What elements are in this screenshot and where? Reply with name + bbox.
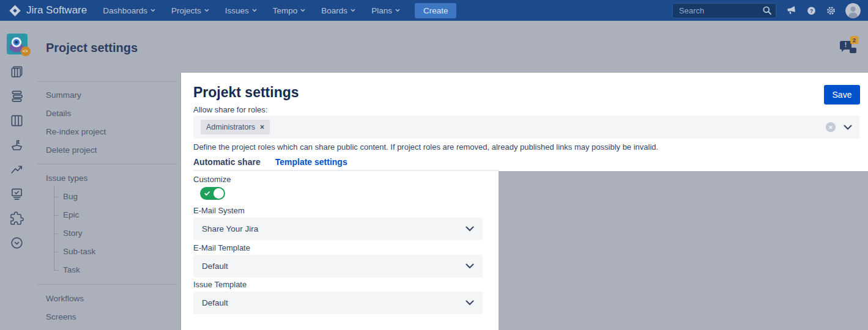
issue-type-children: Bug Epic Story Sub-task Task: [34, 188, 180, 279]
chevron-down-icon: [150, 9, 155, 12]
user-avatar-image: [845, 3, 861, 18]
role-tag-administrators: Administrators ×: [201, 120, 270, 134]
sidebar-section-general: Summary Details Re-index project Delete …: [34, 86, 180, 160]
chevron-down-icon: [351, 9, 355, 12]
search-icon: [762, 6, 772, 15]
sidebar-section-config: Workflows Screens: [34, 290, 180, 326]
nav-menu-label: Boards: [321, 6, 347, 15]
chevron-down-icon: [204, 9, 209, 12]
tab-automatic-share[interactable]: Automatic share: [193, 157, 261, 171]
dialog-tabs: Automatic share Template settings: [193, 157, 347, 171]
top-nav: Jira Software Dashboards Projects Issues…: [0, 0, 868, 21]
sidebar-item-issue-types[interactable]: Issue types: [34, 169, 180, 188]
sidebar-divider: [37, 284, 177, 285]
chevron-down-icon: [466, 263, 474, 269]
help-glyph: ?: [810, 7, 813, 13]
user-avatar-icon[interactable]: [845, 3, 861, 18]
nav-icon-row: ?: [786, 3, 861, 18]
chevron-down-icon: [395, 9, 400, 12]
email-template-value: Default: [202, 262, 228, 271]
email-template-select[interactable]: Default: [193, 255, 483, 277]
sidebar-item-reindex-project[interactable]: Re-index project: [34, 123, 180, 141]
email-system-value: Share Your Jira: [202, 224, 258, 233]
issue-template-select[interactable]: Default: [193, 292, 483, 314]
toggle-knob: [213, 188, 224, 199]
megaphone-icon[interactable]: [785, 4, 798, 16]
nav-menu-label: Dashboards: [103, 6, 147, 15]
circle-chevron-icon[interactable]: [10, 236, 24, 250]
template-settings-panel: Customize E-Mail System Share Your Jira …: [180, 171, 499, 330]
chevron-down-icon: [252, 9, 257, 12]
project-avatar[interactable]: <>: [7, 34, 28, 54]
stack-icon[interactable]: [10, 89, 24, 103]
gear-icon[interactable]: [826, 6, 836, 16]
brand-label: Jira Software: [26, 4, 87, 16]
jira-logo[interactable]: Jira Software: [9, 4, 87, 17]
project-settings-sidebar: Summary Details Re-index project Delete …: [34, 81, 180, 330]
jira-diamond-icon: [9, 4, 21, 17]
customize-label: Customize: [193, 175, 231, 184]
role-tag-label: Administrators: [206, 123, 255, 131]
search-input[interactable]: [672, 3, 776, 18]
nav-menu-dashboards[interactable]: Dashboards: [103, 6, 155, 15]
sidebar-item-details[interactable]: Details: [34, 105, 180, 123]
sidebar-divider: [37, 164, 177, 164]
nav-menu-label: Projects: [171, 6, 201, 15]
sidebar-item-subtask[interactable]: Sub-task: [34, 243, 180, 261]
issue-template-value: Default: [202, 298, 228, 307]
sidebar-section-issue-types: Issue types Bug Epic Story Sub-task Task: [34, 169, 180, 279]
nav-menu-label: Tempo: [273, 6, 298, 15]
email-system-label: E-Mail System: [193, 206, 245, 215]
issue-template-label: Issue Template: [193, 280, 247, 289]
dialog-title: Projekt settings: [193, 84, 299, 101]
backlog-icon[interactable]: [10, 65, 24, 79]
share-settings-dialog: Projekt settings Save Allow share for ro…: [180, 73, 868, 171]
roles-multiselect[interactable]: Administrators × ×: [193, 116, 859, 139]
sidebar-divider: [37, 81, 177, 82]
sidebar-item-summary[interactable]: Summary: [34, 86, 180, 105]
email-system-select[interactable]: Share Your Jira: [193, 218, 483, 240]
help-icon[interactable]: ?: [806, 6, 817, 16]
email-template-label: E-Mail Template: [193, 243, 250, 252]
check-icon: [204, 191, 210, 196]
feedback-bubble-icon[interactable]: ! 2: [839, 36, 858, 54]
sidebar-item-epic[interactable]: Epic: [34, 206, 180, 224]
search-box: [672, 3, 776, 18]
sidebar-item-story[interactable]: Story: [34, 224, 180, 243]
ship-icon[interactable]: [10, 138, 24, 152]
chevron-down-icon[interactable]: [844, 125, 852, 130]
nav-menu-boards[interactable]: Boards: [321, 6, 355, 15]
sidebar-item-workflows[interactable]: Workflows: [34, 290, 180, 308]
nav-menu-issues[interactable]: Issues: [225, 6, 257, 15]
nav-menus: Dashboards Projects Issues Tempo Boards …: [103, 6, 400, 15]
remove-role-icon[interactable]: ×: [260, 123, 264, 131]
tab-template-settings[interactable]: Template settings: [275, 157, 347, 172]
chevron-down-icon: [300, 9, 305, 12]
nav-menu-plans[interactable]: Plans: [371, 6, 400, 15]
nav-menu-label: Plans: [371, 6, 392, 15]
customize-toggle[interactable]: [200, 187, 225, 200]
chevron-down-icon: [466, 226, 474, 232]
chart-icon[interactable]: [10, 163, 24, 177]
create-button[interactable]: Create: [415, 3, 457, 18]
monitor-check-icon[interactable]: [10, 187, 24, 201]
nav-menu-projects[interactable]: Projects: [171, 6, 209, 15]
sidebar-item-bug[interactable]: Bug: [34, 188, 180, 206]
sidebar-item-task[interactable]: Task: [34, 261, 180, 279]
page-background: Project settings ! 2 <>: [0, 21, 868, 330]
sidebar-item-screens[interactable]: Screens: [34, 308, 180, 326]
board-columns-icon[interactable]: [10, 114, 24, 128]
chevron-down-icon: [466, 300, 474, 306]
notification-count-badge: 2: [850, 36, 858, 44]
save-button[interactable]: Save: [824, 85, 860, 105]
clear-all-icon[interactable]: ×: [826, 122, 836, 132]
puzzle-icon[interactable]: [10, 211, 24, 226]
page-title: Project settings: [46, 41, 138, 55]
sidebar-item-delete-project[interactable]: Delete project: [34, 141, 180, 160]
project-icon-strip: <>: [0, 21, 34, 330]
software-project-badge: <>: [21, 46, 31, 56]
nav-menu-label: Issues: [225, 6, 249, 15]
roles-field-label: Allow share for roles:: [193, 105, 267, 114]
nav-menu-tempo[interactable]: Tempo: [273, 6, 306, 15]
roles-description: Define the project roles which can share…: [193, 142, 658, 152]
